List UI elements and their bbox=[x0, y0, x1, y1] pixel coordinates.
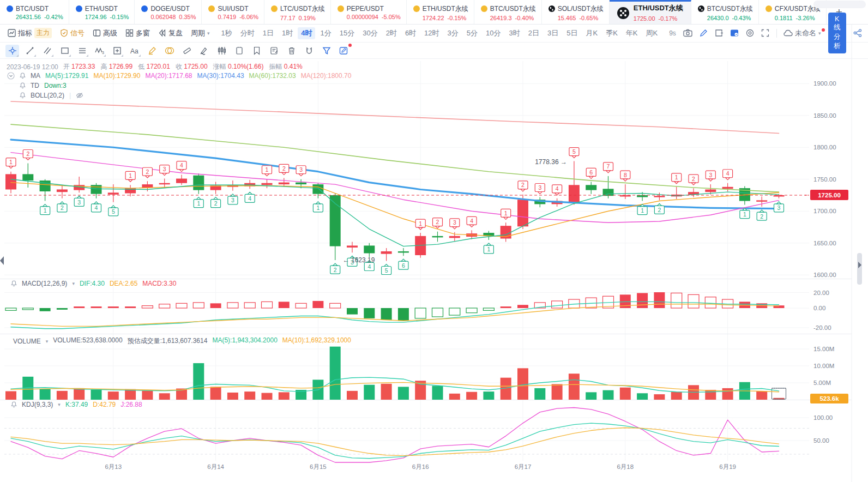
svg-text:1800.00: 1800.00 bbox=[813, 144, 836, 150]
layout-name: 未命名 bbox=[795, 28, 816, 38]
ma-label[interactable]: MA bbox=[31, 72, 40, 80]
symbol-tab-SUI/USDT[interactable]: SUI/USDT 0.7419-6.06% bbox=[202, 0, 264, 24]
trash-tool[interactable] bbox=[285, 45, 298, 57]
magnet-tool[interactable] bbox=[302, 45, 316, 57]
symbol-tab-ETH/USDT永续[interactable]: ETH/USDT永续 1724.22-0.15% bbox=[407, 0, 474, 24]
svg-text:2: 2 bbox=[146, 168, 149, 175]
symbol-tab-ETH/USDT[interactable]: ETH/USDT 1724.96-0.15% bbox=[69, 0, 135, 24]
timeframe-1时[interactable]: 1时 bbox=[279, 27, 296, 39]
symbol-tab-SOL/USDT永续[interactable]: SOL/USDT永续 15.465-0.65% bbox=[542, 0, 610, 24]
filter-tool[interactable] bbox=[320, 45, 333, 57]
highlighter-tool[interactable] bbox=[145, 45, 159, 57]
replay-button[interactable]: 复盘 bbox=[158, 28, 183, 38]
alert-bell-icon[interactable] bbox=[11, 401, 17, 408]
boll-label[interactable]: BOLL(20,2) bbox=[31, 92, 64, 99]
signal-button[interactable]: 信号 bbox=[60, 28, 85, 38]
timeframe-分时[interactable]: 分时 bbox=[237, 27, 258, 39]
svg-text:7: 7 bbox=[607, 163, 610, 170]
timeframe-30分[interactable]: 30分 bbox=[359, 27, 381, 39]
fullscreen-icon[interactable] bbox=[761, 29, 769, 37]
kdj-label[interactable]: KDJ(9,3,3) bbox=[22, 401, 53, 408]
timeframe-3分[interactable]: 3分 bbox=[444, 27, 462, 39]
volume-value: MA(5):1,943,304.2000 bbox=[212, 336, 277, 346]
volume-indicator-row: VOLUME ▾ VOLUME:523,638.0000预估成交量:1,613,… bbox=[13, 336, 351, 346]
order-note-tool[interactable] bbox=[267, 45, 281, 57]
svg-text:6月13: 6月13 bbox=[105, 463, 122, 470]
period-dropdown[interactable]: 周期 ▾ bbox=[191, 28, 210, 38]
ma-value: MA(5):1729.91 bbox=[45, 72, 88, 80]
symbol-tab-DOGE/USDT[interactable]: DOGE/USDT 0.0620480.35% bbox=[135, 0, 202, 24]
alert-bell-icon[interactable] bbox=[20, 92, 26, 99]
chevron-down-icon[interactable]: ▾ bbox=[58, 402, 61, 407]
symbol-tab-BTC/USDT[interactable]: BTC/USDT 26431.56-0.42% bbox=[0, 0, 69, 24]
timeframe-3时[interactable]: 3时 bbox=[506, 27, 523, 39]
layout-icon[interactable] bbox=[730, 29, 739, 37]
ohlc-readout: 2023-06-19 12:00 开 1723.33高 1726.99低 172… bbox=[7, 62, 303, 71]
timeframe-1秒[interactable]: 1秒 bbox=[218, 27, 236, 39]
svg-text:4: 4 bbox=[726, 170, 730, 177]
elliott-wave-tool[interactable]: 3 bbox=[93, 45, 106, 57]
pattern-tool[interactable] bbox=[215, 45, 228, 57]
svg-text:Aa: Aa bbox=[130, 47, 138, 55]
symbol-tab-LTC/USDT永续[interactable]: LTC/USDT永续 77.170.19% bbox=[264, 0, 331, 24]
timeframe-5日[interactable]: 5日 bbox=[563, 27, 581, 39]
parallel-lines-tool[interactable] bbox=[40, 45, 54, 57]
horizontal-lines-tool[interactable] bbox=[75, 45, 89, 57]
trend-line-icon bbox=[26, 46, 34, 55]
settings-icon[interactable] bbox=[746, 29, 754, 37]
timeframe-2日[interactable]: 2日 bbox=[525, 27, 542, 39]
volume-label[interactable]: VOLUME bbox=[13, 338, 41, 345]
td-label[interactable]: TD bbox=[31, 82, 39, 89]
add-frame-tool[interactable] bbox=[110, 45, 124, 57]
timeframe-季K[interactable]: 季K bbox=[602, 27, 621, 39]
main-force-badge[interactable]: 主力 bbox=[34, 28, 52, 38]
timeframe-周K[interactable]: 周K bbox=[642, 27, 661, 39]
timeframe-4时[interactable]: 4时 bbox=[298, 27, 315, 39]
chevron-down-icon[interactable]: ▾ bbox=[46, 339, 49, 344]
multi-window-button[interactable]: 多窗 bbox=[125, 28, 150, 38]
save-layout-button[interactable]: 未命名 ▾ bbox=[783, 28, 821, 38]
alert-bell-icon[interactable] bbox=[20, 73, 26, 79]
alert-bell-icon[interactable] bbox=[11, 280, 17, 287]
draw-pencil-icon[interactable] bbox=[700, 29, 708, 37]
rectangle-tool[interactable] bbox=[58, 45, 71, 57]
timeframe-15分[interactable]: 15分 bbox=[336, 27, 358, 39]
timeframe-12时[interactable]: 12时 bbox=[421, 27, 442, 39]
indicator-button[interactable]: 指标 主力 bbox=[8, 28, 52, 38]
alert-bell-icon[interactable] bbox=[20, 82, 26, 89]
ma-values: MA(5):1729.91MA(10):1729.90MA(20):1717.6… bbox=[45, 72, 351, 80]
macd-label[interactable]: MACD(12,26,9) bbox=[22, 280, 67, 287]
timeframe-月K[interactable]: 月K bbox=[582, 27, 601, 39]
timeframe-1分[interactable]: 1分 bbox=[317, 27, 334, 39]
timeframe-6时[interactable]: 6时 bbox=[402, 27, 419, 39]
crosshair-tool[interactable] bbox=[5, 45, 19, 57]
share-icon[interactable] bbox=[853, 29, 862, 37]
advanced-button[interactable]: 高级 bbox=[93, 28, 117, 38]
bookmark-tool[interactable] bbox=[250, 45, 263, 57]
timeframe-1日[interactable]: 1日 bbox=[260, 27, 277, 39]
tab-price: 0.7419 bbox=[218, 14, 236, 20]
svg-text:50.00: 50.00 bbox=[813, 437, 829, 444]
symbol-tab-BTC/USDT永续[interactable]: BTC/USDT永续 26419.3-0.40% bbox=[474, 0, 542, 24]
collapse-chevron-icon[interactable] bbox=[7, 72, 15, 80]
fib-circles-tool[interactable] bbox=[162, 45, 176, 57]
timeframe-10分[interactable]: 10分 bbox=[483, 27, 504, 39]
timeframe-2时[interactable]: 2时 bbox=[383, 27, 400, 39]
symbol-tab-PEPE/USDT[interactable]: PEPE/USDT 0.00000094-5.05% bbox=[331, 0, 407, 24]
eye-off-icon[interactable] bbox=[76, 92, 83, 99]
draw-edit-tool[interactable] bbox=[337, 45, 351, 57]
timeframe-3日[interactable]: 3日 bbox=[544, 27, 562, 39]
svg-text:5: 5 bbox=[385, 267, 388, 274]
timeframe-年K[interactable]: 年K bbox=[623, 27, 641, 39]
brush-tool[interactable] bbox=[197, 45, 211, 57]
add-frame-icon[interactable] bbox=[715, 29, 723, 37]
chevron-down-icon[interactable]: ▾ bbox=[72, 281, 75, 286]
tab-change: -0.42% bbox=[44, 14, 63, 20]
screenshot-icon[interactable] bbox=[683, 29, 692, 37]
ruler-tool[interactable] bbox=[180, 45, 194, 57]
trend-line-tool[interactable] bbox=[23, 45, 37, 57]
text-tool[interactable]: Aa bbox=[128, 45, 141, 57]
lock-tool[interactable] bbox=[232, 45, 246, 57]
tab-change: -6.06% bbox=[239, 14, 258, 20]
timeframe-5分[interactable]: 5分 bbox=[463, 27, 481, 39]
